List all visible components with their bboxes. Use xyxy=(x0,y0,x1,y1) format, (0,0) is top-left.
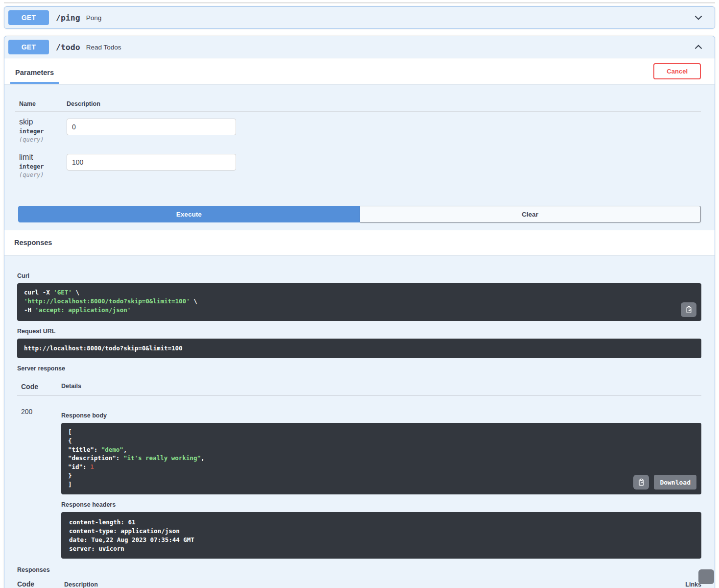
method-badge-get: GET xyxy=(8,10,49,25)
cancel-button[interactable]: Cancel xyxy=(653,63,701,79)
request-url-value: http://localhost:8000/todo?skip=0&limit=… xyxy=(17,339,701,358)
opblock-body: Parameters Cancel Name Description skip … xyxy=(4,58,715,588)
clear-button[interactable]: Clear xyxy=(360,206,701,222)
endpoint-summary: Read Todos xyxy=(86,44,121,51)
endpoint-path: /todo xyxy=(56,43,80,52)
param-location: (query) xyxy=(19,172,67,178)
response-body-actions: Download xyxy=(633,475,696,490)
parameters-table: Name Description skip integer (query) li… xyxy=(4,84,715,178)
response-headers-label: Response headers xyxy=(61,501,701,508)
responses-table-title: Responses xyxy=(17,566,701,573)
responses-title: Responses xyxy=(14,239,52,246)
response-body-label: Response body xyxy=(61,412,701,419)
details-column-header: Details xyxy=(61,383,81,391)
server-response-table-header: Code Details xyxy=(17,376,701,396)
clipboard-icon xyxy=(685,306,693,314)
response-body-json: [ { "title": "demo", "description": "it'… xyxy=(68,428,695,489)
param-location: (query) xyxy=(19,136,67,143)
chevron-up-icon[interactable] xyxy=(693,42,704,52)
execute-button[interactable]: Execute xyxy=(18,206,360,222)
name-column-header: Name xyxy=(19,100,67,107)
description-column-header: Description xyxy=(64,581,98,588)
parameters-table-header: Name Description xyxy=(15,100,701,112)
limit-input[interactable] xyxy=(67,154,236,171)
code-column-header: Code xyxy=(21,383,61,391)
opblock-ping-summary[interactable]: GET /ping Pong xyxy=(4,7,715,28)
request-url-label: Request URL xyxy=(17,328,701,335)
parameters-section-header: Parameters Cancel xyxy=(4,58,715,84)
responses-content: Curl curl -X 'GET' \ 'http://localhost:8… xyxy=(4,255,715,588)
chevron-down-icon[interactable] xyxy=(693,12,704,23)
param-type: integer xyxy=(19,163,67,170)
opblock-todo-summary[interactable]: GET /todo Read Todos xyxy=(4,36,715,58)
responses-section-header: Responses xyxy=(4,230,715,255)
method-badge-get: GET xyxy=(8,40,49,54)
tab-parameters[interactable]: Parameters xyxy=(10,67,59,84)
param-row-skip: skip integer (query) xyxy=(15,112,701,143)
status-code: 200 xyxy=(21,408,61,559)
copy-to-clipboard-button[interactable] xyxy=(698,569,714,584)
response-body-code-block: [ { "title": "demo", "description": "it'… xyxy=(61,423,701,494)
server-response-row: 200 Response body [ { "title": "demo", "… xyxy=(17,396,701,559)
documented-responses-table: Responses Code Description Links 200 Suc… xyxy=(17,566,701,588)
opblock-todo: GET /todo Read Todos Parameters Cancel N… xyxy=(4,36,715,588)
server-response-label: Server response xyxy=(17,365,701,372)
endpoint-summary: Pong xyxy=(86,14,102,22)
description-column-header: Description xyxy=(67,100,100,107)
opblock-ping: GET /ping Pong xyxy=(4,6,715,29)
download-button[interactable]: Download xyxy=(654,475,696,490)
skip-input[interactable] xyxy=(67,119,236,135)
curl-code-block: curl -X 'GET' \ 'http://localhost:8000/t… xyxy=(17,283,701,321)
endpoint-path: /ping xyxy=(56,13,80,23)
curl-label: Curl xyxy=(17,272,701,279)
code-column-header: Code xyxy=(17,580,64,588)
param-name: skip xyxy=(19,118,67,126)
param-row-limit: limit integer (query) xyxy=(15,147,701,178)
param-name: limit xyxy=(19,153,67,162)
copy-to-clipboard-button[interactable] xyxy=(681,302,696,317)
execute-wrapper: Execute Clear xyxy=(18,206,701,222)
param-type: integer xyxy=(19,128,67,135)
response-headers-code-block: content-length: 61content-type: applicat… xyxy=(61,512,701,559)
clipboard-icon xyxy=(638,478,645,486)
responses-table-header: Code Description Links xyxy=(17,580,701,588)
section-divider xyxy=(4,2,715,3)
copy-to-clipboard-button[interactable] xyxy=(633,475,649,490)
